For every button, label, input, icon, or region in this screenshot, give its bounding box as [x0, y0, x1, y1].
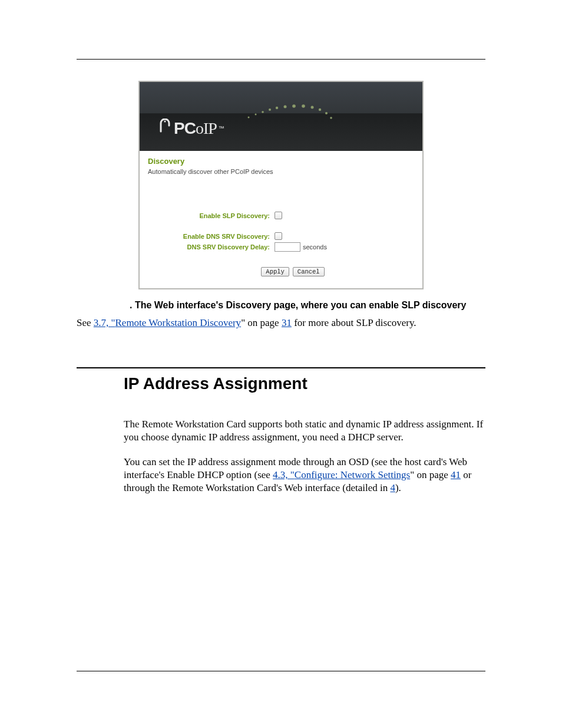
checkbox-slp[interactable]	[275, 212, 282, 219]
see-page-link[interactable]: 31	[282, 317, 292, 328]
svg-point-6	[284, 106, 287, 108]
svg-point-5	[276, 107, 278, 109]
form-area: Enable SLP Discovery: Enable DNS SRV Dis…	[148, 212, 414, 276]
unit-seconds: seconds	[303, 243, 327, 251]
logo-trademark: ™	[219, 125, 224, 131]
pcoip-logo: PCoIP ™	[157, 118, 224, 138]
svg-point-1	[248, 117, 250, 118]
see-link[interactable]: 3.7, "Remote Workstation Discovery	[94, 317, 241, 328]
screenshot-subtitle: Automatically discover other PCoIP devic…	[148, 168, 414, 175]
cancel-button[interactable]: Cancel	[293, 267, 325, 276]
section-rule	[77, 367, 485, 368]
svg-point-12	[330, 117, 332, 119]
banner: PCoIP ™	[140, 82, 422, 151]
label-delay: DNS SRV Discovery Delay:	[171, 243, 275, 251]
see-prefix: See	[77, 317, 94, 328]
discovery-screenshot: PCoIP ™ Discovery Automatically d	[138, 81, 424, 289]
screenshot-body: Discovery Automatically discover other P…	[140, 151, 422, 288]
section-p1: The Remote Workstation Card supports bot…	[124, 418, 485, 444]
figure-caption: . The Web interface's Discovery page, wh…	[130, 300, 485, 311]
bottom-rule	[77, 671, 485, 671]
logo-icon	[157, 118, 173, 138]
svg-point-7	[292, 104, 296, 108]
screenshot-title: Discovery	[148, 157, 414, 166]
svg-point-2	[255, 114, 257, 116]
input-delay[interactable]	[275, 242, 300, 252]
p2-page-link[interactable]: 41	[451, 469, 461, 480]
p2-link[interactable]: 4.3, "Configure: Network Settings	[273, 469, 410, 480]
checkbox-dns[interactable]	[275, 232, 282, 240]
svg-point-11	[325, 112, 328, 114]
svg-point-9	[311, 106, 314, 109]
svg-point-4	[269, 108, 271, 111]
svg-point-8	[302, 104, 305, 108]
top-rule	[77, 59, 485, 60]
label-dns: Enable DNS SRV Discovery:	[171, 233, 275, 240]
section-p2: You can set the IP address assignment mo…	[124, 456, 485, 495]
label-slp: Enable SLP Discovery:	[171, 212, 275, 219]
row-dns: Enable DNS SRV Discovery:	[171, 232, 414, 240]
row-delay: DNS SRV Discovery Delay: seconds	[171, 242, 414, 252]
see-paragraph: See 3.7, "Remote Workstation Discovery" …	[77, 317, 485, 330]
section-heading: IP Address Assignment	[124, 374, 485, 393]
row-slp: Enable SLP Discovery:	[171, 212, 414, 219]
svg-point-10	[319, 108, 321, 111]
svg-point-0	[164, 120, 166, 122]
button-row: Apply Cancel	[171, 267, 414, 276]
p2-link2[interactable]: 4	[390, 482, 395, 493]
banner-dots-icon	[243, 102, 361, 126]
screenshot-container: PCoIP ™ Discovery Automatically d	[77, 81, 485, 289]
svg-point-3	[262, 111, 264, 113]
apply-button[interactable]: Apply	[261, 267, 289, 276]
